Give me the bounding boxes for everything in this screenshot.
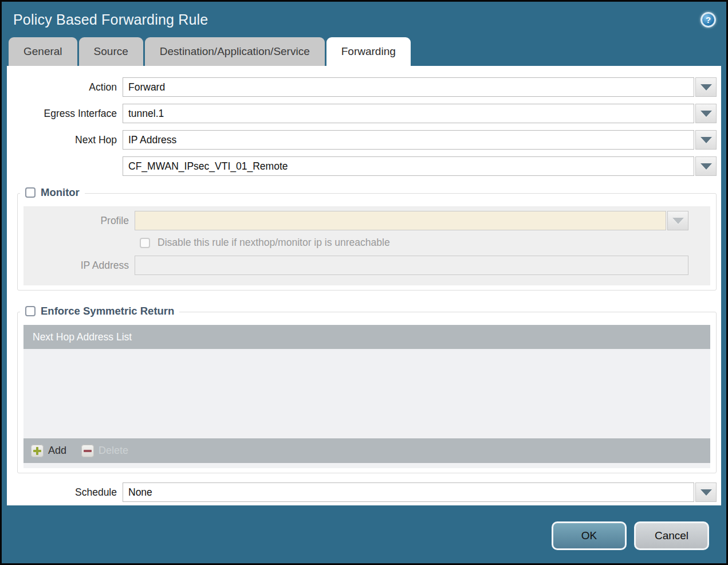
monitor-checkbox[interactable] (25, 187, 36, 198)
next-hop-address-list-table: Next Hop Address List Add Delete (23, 325, 710, 468)
add-button-label: Add (48, 445, 66, 457)
tab-content-forwarding: Action Forward Egress Interface tunnel.1… (7, 66, 721, 505)
next-hop-address-select[interactable]: CF_MWAN_IPsec_VTI_01_Remote (123, 156, 694, 176)
egress-interface-label: Egress Interface (7, 108, 123, 120)
next-hop-address-list-body[interactable] (23, 349, 710, 438)
chevron-down-icon (701, 111, 712, 117)
dialog-footer: OK Cancel (2, 507, 726, 563)
next-hop-row: Next Hop IP Address (7, 130, 717, 150)
tab-destination-application-service[interactable]: Destination/Application/Service (145, 37, 325, 66)
delete-button: Delete (81, 445, 128, 457)
table-bottom-strip (23, 463, 710, 468)
next-hop-address-list-header: Next Hop Address List (23, 325, 710, 349)
next-hop-select[interactable]: IP Address (123, 130, 694, 150)
monitor-ip-address-label: IP Address (23, 260, 135, 272)
disable-rule-row: Disable this rule if nexthop/monitor ip … (140, 237, 710, 249)
egress-interface-select[interactable]: tunnel.1 (123, 104, 694, 123)
next-hop-address-list-footer: Add Delete (23, 438, 710, 463)
enforce-symmetric-return-legend: Enforce Symmetric Return (20, 305, 179, 317)
cancel-button[interactable]: Cancel (634, 521, 709, 550)
monitor-profile-select (135, 211, 666, 230)
monitor-ip-address-input (135, 256, 688, 275)
egress-interface-row: Egress Interface tunnel.1 (7, 104, 717, 123)
chevron-down-icon (701, 163, 712, 170)
action-label: Action (7, 81, 123, 93)
pbf-rule-dialog: Policy Based Forwarding Rule ? General S… (0, 0, 728, 565)
delete-button-label: Delete (99, 445, 128, 457)
egress-interface-dropdown-button[interactable] (695, 104, 717, 123)
monitor-ip-address-row: IP Address (23, 256, 688, 275)
schedule-dropdown-button[interactable] (695, 482, 717, 502)
chevron-down-icon (701, 84, 712, 91)
tab-general[interactable]: General (9, 37, 77, 66)
monitor-legend: Monitor (20, 186, 85, 199)
chevron-down-icon (701, 137, 712, 143)
next-hop-label: Next Hop (7, 134, 123, 146)
ok-button[interactable]: OK (552, 521, 627, 550)
tab-source[interactable]: Source (79, 37, 143, 66)
chevron-down-icon (672, 218, 684, 224)
tab-bar: General Source Destination/Application/S… (2, 37, 726, 66)
action-select[interactable]: Forward (123, 77, 694, 97)
schedule-select[interactable]: None (123, 482, 694, 502)
chevron-down-icon (701, 489, 712, 496)
next-hop-address-row: CF_MWAN_IPsec_VTI_01_Remote (7, 156, 717, 176)
next-hop-dropdown-button[interactable] (695, 130, 717, 150)
action-dropdown-button[interactable] (695, 77, 717, 97)
add-button[interactable]: Add (31, 445, 66, 457)
help-icon[interactable]: ? (701, 12, 716, 28)
tab-forwarding[interactable]: Forwarding (326, 37, 411, 66)
dialog-titlebar: Policy Based Forwarding Rule ? (2, 2, 726, 37)
minus-icon (81, 445, 94, 457)
disable-rule-label: Disable this rule if nexthop/monitor ip … (158, 237, 390, 249)
enforce-symmetric-return-group: Enforce Symmetric Return Next Hop Addres… (17, 312, 717, 473)
next-hop-address-dropdown-button[interactable] (695, 156, 717, 176)
dialog-title: Policy Based Forwarding Rule (13, 11, 701, 28)
schedule-label: Schedule (7, 486, 123, 499)
schedule-row: Schedule None (7, 482, 717, 502)
plus-icon (31, 445, 44, 457)
enforce-symmetric-return-checkbox[interactable] (25, 306, 36, 316)
monitor-profile-label: Profile (23, 215, 135, 227)
monitor-panel: Profile Disable this rule if nexthop/mon… (23, 206, 710, 285)
disable-rule-checkbox (140, 238, 150, 248)
monitor-profile-row: Profile (23, 211, 688, 230)
enforce-symmetric-return-title: Enforce Symmetric Return (41, 305, 174, 317)
action-row: Action Forward (7, 77, 717, 97)
monitor-title: Monitor (41, 186, 80, 199)
monitor-group: Monitor Profile Disable this rule if nex… (17, 193, 717, 291)
monitor-profile-dropdown-button (667, 211, 688, 230)
